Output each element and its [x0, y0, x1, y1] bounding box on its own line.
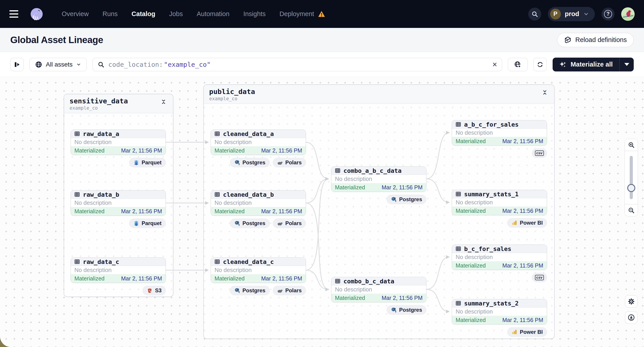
group-subtitle: example_co [209, 96, 255, 101]
asset-node-a_b_c_for_sales[interactable]: a_b_c_for_sales No description Materiali… [452, 120, 547, 146]
table-icon [214, 192, 220, 197]
search-value-term: "example_co" [164, 61, 211, 68]
status-badge: Materialized [456, 317, 486, 323]
lineage-settings-button[interactable] [625, 295, 638, 308]
asset-node-cleaned_data_a[interactable]: cleaned_data_a No description Materializ… [211, 129, 306, 155]
user-avatar[interactable] [621, 7, 634, 21]
collapse-group-button[interactable] [541, 88, 549, 96]
tag-postgres[interactable]: Postgres [230, 286, 270, 295]
asset-description: No description [71, 199, 166, 207]
nav-item-automation[interactable]: Automation [197, 10, 230, 18]
tag-polars[interactable]: Polars [273, 286, 306, 295]
polars-icon [277, 288, 283, 293]
nav-item-overview[interactable]: Overview [62, 10, 89, 18]
download-image-button[interactable] [625, 311, 638, 324]
group-subtitle: example_co [70, 105, 128, 111]
asset-description: No description [71, 266, 166, 274]
globe-add-icon [514, 61, 521, 68]
refresh-button[interactable] [534, 58, 547, 71]
materialize-all-button[interactable]: Materialize all [552, 58, 620, 71]
help-icon: ? [604, 10, 612, 18]
zoom-slider-handle[interactable] [627, 184, 635, 192]
postgres-icon [391, 197, 397, 202]
polars-icon [277, 160, 283, 165]
tag-postgres[interactable]: Postgres [230, 158, 270, 167]
asset-name: cleaned_data_c [223, 258, 274, 265]
reload-definitions-button[interactable]: Reload definitions [557, 33, 634, 47]
tag-csv[interactable]: csv [532, 273, 547, 282]
asset-node-cleaned_data_c[interactable]: cleaned_data_c No description Materializ… [211, 258, 306, 283]
tag-s3[interactable]: S3 [142, 286, 166, 295]
tag-polars[interactable]: Polars [273, 219, 306, 228]
asset-node-summary_stats_2[interactable]: summary_stats_2 No description Materiali… [452, 299, 547, 325]
zoom-in-button[interactable] [625, 139, 638, 151]
page-title: Global Asset Lineage [10, 35, 103, 45]
nav-item-deployment[interactable]: Deployment [280, 10, 325, 18]
asset-node-combo_b_c_data[interactable]: combo_b_c_data No description Materializ… [331, 277, 426, 302]
nav-item-jobs[interactable]: Jobs [169, 10, 183, 18]
nav-item-catalog[interactable]: Catalog [132, 10, 155, 18]
deployment-switcher[interactable]: P prod [548, 7, 595, 21]
collapse-group-button[interactable] [160, 98, 168, 106]
materialize-options-button[interactable] [620, 58, 634, 71]
asset-node-raw_data_a[interactable]: raw_data_a No description MaterializedMa… [70, 129, 166, 155]
nav-item-runs[interactable]: Runs [102, 10, 118, 18]
menu-icon[interactable] [10, 7, 24, 21]
materialization-time: Mar 2, 11:56 PM [502, 262, 543, 269]
asset-node-raw_data_c[interactable]: raw_data_c No description MaterializedMa… [70, 258, 166, 283]
asset-tags: Postgres Polars [211, 286, 306, 295]
table-icon [74, 192, 80, 197]
materialization-time: Mar 2, 11:56 PM [261, 208, 302, 215]
table-icon [456, 191, 461, 197]
tag-polars[interactable]: Polars [273, 158, 306, 167]
download-icon [628, 314, 635, 321]
asset-description: No description [452, 308, 547, 316]
asset-name: combo_a_b_c_data [344, 167, 402, 174]
tag-postgres[interactable]: Postgres [230, 219, 270, 228]
asset-search-input[interactable]: code_location:"example_co" × [92, 58, 502, 71]
asset-name: summary_stats_2 [464, 300, 519, 307]
tag-postgres[interactable]: Postgres [386, 305, 426, 315]
postgres-icon [234, 288, 240, 293]
tag-parquet[interactable]: Parquet [129, 219, 166, 228]
asset-node-raw_data_b[interactable]: raw_data_b No description MaterializedMa… [70, 190, 166, 216]
asset-node-cleaned_data_b[interactable]: cleaned_data_b No description Materializ… [211, 190, 306, 216]
status-badge: Materialized [456, 208, 486, 214]
zoom-control [624, 139, 638, 216]
asset-node-b_c_for_sales[interactable]: b_c_for_sales No description Materialize… [452, 245, 547, 270]
asset-tags: Power BI [452, 327, 547, 337]
tag-powerbi[interactable]: Power BI [507, 327, 547, 337]
search-button[interactable] [528, 7, 541, 20]
lineage-canvas[interactable]: sensitive_data example_co public_data ex… [0, 77, 644, 347]
open-sidebar-button[interactable] [10, 58, 24, 71]
group-title: sensitive_data [70, 97, 128, 105]
help-button[interactable]: ? [602, 7, 614, 20]
refresh-icon [537, 61, 544, 68]
tag-parquet[interactable]: Parquet [129, 158, 166, 167]
asset-node-summary_stats_1[interactable]: summary_stats_1 No description Materiali… [452, 190, 547, 215]
clear-search-button[interactable]: × [492, 60, 497, 68]
globe-icon [35, 61, 42, 68]
dagster-logo[interactable] [30, 7, 44, 21]
materialization-time: Mar 2, 11:56 PM [261, 147, 302, 154]
chevron-down-icon [76, 62, 81, 67]
asset-tags: Postgres [331, 305, 426, 315]
zoom-out-button[interactable] [625, 204, 638, 216]
tag-powerbi[interactable]: Power BI [507, 218, 547, 228]
asset-node-combo_a_b_c_data[interactable]: combo_a_b_c_data No description Material… [331, 166, 426, 192]
group-header: public_data example_co [204, 85, 554, 104]
zoom-slider-track[interactable] [630, 156, 633, 199]
tag-postgres[interactable]: Postgres [386, 195, 426, 204]
tag-csv[interactable]: csv [532, 148, 547, 158]
asset-scope-dropdown[interactable]: All assets [30, 58, 87, 71]
asset-name: raw_data_c [83, 258, 119, 265]
nav-item-insights[interactable]: Insights [243, 10, 266, 18]
top-nav: Overview Runs Catalog Jobs Automation In… [0, 0, 644, 28]
asset-name: raw_data_a [83, 130, 119, 137]
asset-name: combo_b_c_data [344, 278, 394, 285]
add-to-catalog-view-button[interactable] [508, 58, 528, 71]
zoom-slider [625, 151, 638, 204]
asset-name: raw_data_b [83, 191, 119, 198]
asset-tags: Postgres Polars [211, 158, 306, 167]
table-icon [456, 121, 461, 127]
